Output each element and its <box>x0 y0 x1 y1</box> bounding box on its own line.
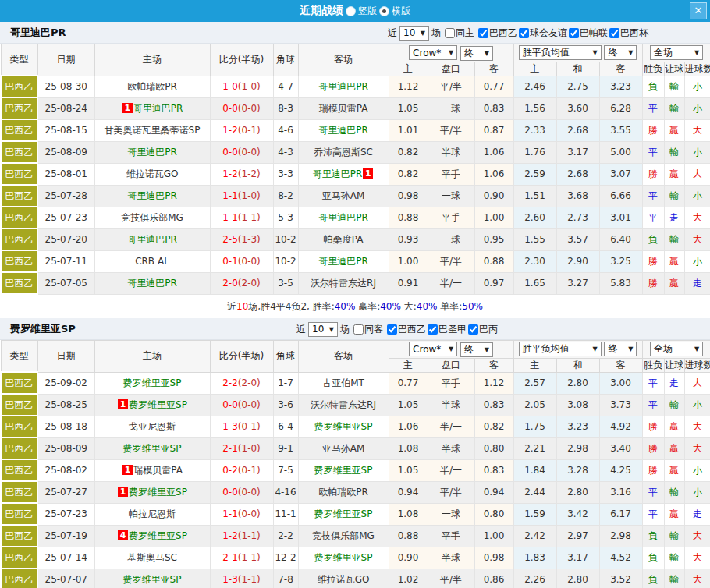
full-score: 2-2 <box>222 377 238 388</box>
avg-time-dropdown[interactable]: 终 ▼ <box>604 45 637 60</box>
odds-handicap-cell: 半/一 <box>428 272 474 294</box>
same-venue-label: 同主 <box>456 27 474 40</box>
league-checkbox[interactable] <box>609 28 619 38</box>
scope-dropdown[interactable]: 全场 ▼ <box>650 342 703 356</box>
section-header: 费罗维里亚SP 近 10 ▼ 场 同客 巴西乙巴圣甲巴丙 <box>0 318 710 340</box>
result-goals-cell: 走 <box>684 272 710 294</box>
same-venue-filter[interactable]: 同主 <box>443 27 474 40</box>
away-team-cell: 亚马孙AM <box>298 437 389 459</box>
type-cell: 巴西乙 <box>1 416 37 437</box>
odds-handicap-cell: 平/半 <box>428 569 474 588</box>
odds-home-cell: 0.82 <box>389 163 428 185</box>
avg-home-cell: 1.84 <box>513 459 556 481</box>
same-venue-filter[interactable]: 同客 <box>352 323 383 336</box>
chevron-down-icon: ▼ <box>421 30 425 37</box>
sub-col-odds-home: 主 <box>389 358 428 372</box>
chevron-down-icon: ▼ <box>592 49 597 56</box>
layout-option-vertical[interactable]: 竖版 <box>346 5 377 18</box>
league-checkbox[interactable] <box>387 324 397 335</box>
close-button[interactable]: ✕ <box>690 2 707 19</box>
home-team-name: 哥里迪巴PR <box>127 234 177 245</box>
home-team-cell: 竞技俱乐部MG <box>94 207 210 228</box>
odds-home-cell: 1.05 <box>389 97 428 119</box>
avg-time-dropdown[interactable]: 终 ▼ <box>604 342 637 356</box>
score-cell: 1-1(1-0) <box>210 185 273 207</box>
corner-cell: 3-6 <box>273 394 298 416</box>
avg-draw-cell: 3.42 <box>556 503 599 525</box>
home-team-cell: 维拉诺瓦GO <box>94 163 210 185</box>
bookmaker-dropdown[interactable]: Crow* ▼ <box>409 342 457 356</box>
section-header: 哥里迪巴PR 近 10 ▼ 场 同主 巴西乙球会友谊巴帕联巴西杯 <box>0 22 710 44</box>
corner-cell: 11-1 <box>273 503 298 525</box>
same-venue-checkbox[interactable] <box>445 28 455 38</box>
avg-home-cell: 2.59 <box>513 163 556 185</box>
league-filter[interactable]: 巴西乙 <box>385 323 426 336</box>
bookmaker-dropdown[interactable]: Crow* ▼ <box>409 45 457 60</box>
odds-home-cell: 1.01 <box>389 119 428 141</box>
league-filter[interactable]: 球会友谊 <box>517 27 567 40</box>
avg-dropdown[interactable]: 胜平负均值 ▼ <box>519 342 602 356</box>
result-goals-cell: 大 <box>684 416 710 437</box>
league-checkbox[interactable] <box>478 28 488 38</box>
away-team-name: 竞技俱乐部MG <box>312 530 375 541</box>
league-checkbox[interactable] <box>468 324 478 335</box>
avg-away-cell: 3.16 <box>599 481 642 503</box>
score-cell: 1-3(0-1) <box>210 416 273 437</box>
odds-handicap-cell: 平/半 <box>428 76 474 97</box>
odds-away-cell: 1.06 <box>474 163 513 185</box>
league-filter[interactable]: 巴圣甲 <box>426 323 467 336</box>
odds-time-dropdown[interactable]: 终 ▼ <box>460 342 493 357</box>
full-score: 2-1 <box>222 552 238 563</box>
league-checkbox[interactable] <box>519 28 529 38</box>
odds-time-dropdown[interactable]: 终 ▼ <box>460 46 493 61</box>
league-filter[interactable]: 巴西杯 <box>608 27 648 40</box>
league-checkbox[interactable] <box>428 324 438 335</box>
corner-cell: 4-16 <box>273 481 298 503</box>
result-handicap-cell: 贏 <box>664 459 684 481</box>
league-checkbox[interactable] <box>569 28 579 38</box>
odds-home-cell: 0.91 <box>389 272 428 294</box>
result-goals-cell: 大 <box>684 119 710 141</box>
scope-dropdown[interactable]: 全场 ▼ <box>650 45 703 60</box>
type-cell: 巴西乙 <box>1 119 37 141</box>
league-filter[interactable]: 巴丙 <box>467 323 498 336</box>
result-goals-cell: 小 <box>684 459 710 481</box>
chevron-down-icon: ▼ <box>694 49 699 56</box>
corner-cell: 3-5 <box>273 272 298 294</box>
score-cell: 0-1(0-0) <box>210 250 273 272</box>
league-filters: 巴西乙巴圣甲巴丙 <box>385 323 498 336</box>
summary-row: 近10场,胜4平4负2, 胜率:40% 赢率:40% 大:40% 单率:50% <box>0 295 710 318</box>
radio-vertical-icon[interactable] <box>346 6 356 16</box>
odds-away-cell: 0.97 <box>474 272 513 294</box>
sub-col-handicap-result: 让球 <box>664 62 684 76</box>
date-cell: 25-08-30 <box>37 76 94 97</box>
away-team-name: 哥里迪巴PR <box>318 256 368 267</box>
avg-home-cell: 1.55 <box>513 228 556 250</box>
same-venue-checkbox[interactable] <box>353 324 364 335</box>
league-filter[interactable]: 巴西乙 <box>477 27 517 40</box>
avg-home-cell: 2.05 <box>513 394 556 416</box>
away-team-name: 哥里迪巴PR <box>318 81 368 92</box>
rank-badge: 1 <box>363 168 373 179</box>
score-cell: 0-2(0-1) <box>210 459 273 481</box>
result-handicap-cell: 輸 <box>664 394 684 416</box>
filter-bar: 近 10 ▼ 场 同主 巴西乙球会友谊巴帕联巴西杯 <box>388 22 648 44</box>
home-team-cell: 1哥里迪巴PR <box>94 97 210 119</box>
odds-handicap-cell: 半球 <box>428 394 474 416</box>
home-team-name: 基斯奥马SC <box>127 552 177 563</box>
league-filter[interactable]: 巴帕联 <box>567 27 608 40</box>
date-cell: 25-08-15 <box>37 119 94 141</box>
layout-option-horizontal[interactable]: 横版 <box>379 5 410 18</box>
radio-horizontal-icon[interactable] <box>379 6 389 16</box>
corner-cell: 7-5 <box>273 459 298 481</box>
half-score: (0-0) <box>238 147 261 158</box>
col-date: 日期 <box>37 341 94 373</box>
type-cell: 巴西乙 <box>1 394 37 416</box>
avg-dropdown[interactable]: 胜平负均值 ▼ <box>519 45 602 60</box>
result-goals-cell: 小 <box>684 97 710 119</box>
odds-away-cell: 0.80 <box>474 503 513 525</box>
score-cell: 0-0(0-0) <box>210 481 273 503</box>
games-count-dropdown[interactable]: 10 ▼ <box>308 322 338 337</box>
match-row: 巴西乙25-08-251费罗维里亚SP0-0(0-0)3-6沃尔特雷东达RJ1.… <box>1 394 710 416</box>
games-count-dropdown[interactable]: 10 ▼ <box>399 26 429 41</box>
